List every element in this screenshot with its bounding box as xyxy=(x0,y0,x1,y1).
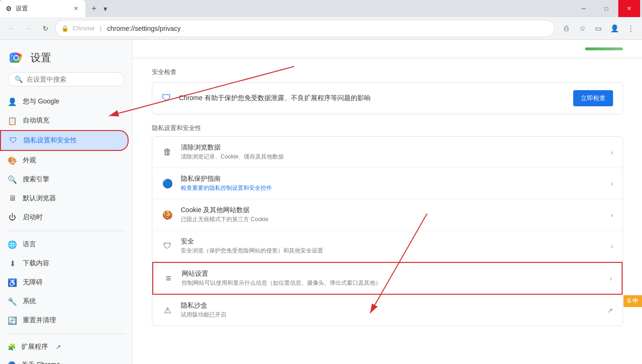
sidebar-title: 设置 xyxy=(30,51,51,65)
new-tab-button[interactable]: + xyxy=(87,2,101,15)
sidebar-item-reset[interactable]: 🔄 重置并清理 xyxy=(0,311,129,330)
item-title-privacy-guide: 隐私保护指南 xyxy=(181,175,603,183)
safety-section-title: 安全检查 xyxy=(152,68,623,76)
sidebar-label-autofill: 自动填充 xyxy=(23,116,49,125)
item-title-site-settings: 网站设置 xyxy=(182,270,602,278)
sidebar-label-startup: 启动时 xyxy=(23,213,43,222)
sidebar-item-accessibility[interactable]: ♿ 无障碍 xyxy=(0,273,129,292)
cookie-icon: 🍪 xyxy=(162,209,173,221)
sidebar-label-accessibility: 无障碍 xyxy=(23,278,43,287)
safety-check-section: 安全检查 🛡 Chrome 有助于保护您免受数据泄露、不良扩展程序等问题的影响 … xyxy=(133,58,642,124)
settings-item-security[interactable]: 🛡 安全 安全浏览（保护您免受危险网站的侵害）和其他安全设置 › xyxy=(152,231,623,262)
trash-icon: 🗑 xyxy=(162,147,173,158)
settings-item-clear-browsing[interactable]: 🗑 清除浏览数据 清除浏览记录、Cookie、缓存及其他数据 › xyxy=(152,137,623,168)
sidebar-label-search: 搜索引擎 xyxy=(23,175,49,184)
sidebar-item-autofill[interactable]: 📋 自动填充 xyxy=(0,111,129,130)
forward-button[interactable]: → xyxy=(21,21,36,36)
search-engine-icon: 🔍 xyxy=(8,175,17,184)
arrow-icon-security: › xyxy=(611,243,613,250)
content-area: 安全检查 🛡 Chrome 有助于保护您免受数据泄露、不良扩展程序等问题的影响 … xyxy=(133,40,642,364)
menu-button[interactable]: ⋮ xyxy=(623,21,638,36)
sidebar-label-download: 下载内容 xyxy=(23,259,49,268)
person-icon: 👤 xyxy=(8,97,17,106)
sidebar-label-google: 您与 Google xyxy=(23,97,59,106)
settings-item-privacy-sandbox[interactable]: ⚠ 隐私沙盒 试用版功能已开启 ↗ xyxy=(152,295,623,326)
check-now-button[interactable]: 立即检查 xyxy=(573,90,613,106)
sidebar-item-about[interactable]: 🔵 关于 Chrome xyxy=(0,356,129,364)
maximize-button[interactable]: □ xyxy=(595,0,617,17)
address-bar[interactable]: 🔒 Chrome | chrome://settings/privacy xyxy=(55,20,555,37)
item-desc-cookies: 已阻止无痕模式下的第三方 Cookie xyxy=(181,215,603,224)
sidebar-divider-2 xyxy=(8,334,125,334)
safety-shield-icon: 🛡 xyxy=(162,93,173,104)
settings-item-privacy-guide[interactable]: 🔵 隐私保护指南 检查重要的隐私控制设置和安全控件 › xyxy=(152,168,623,199)
accessibility-icon: ♿ xyxy=(8,278,17,287)
arrow-icon-cookies: › xyxy=(611,211,613,219)
sidebar-item-system[interactable]: 🔧 系统 xyxy=(0,292,129,311)
settings-item-site-settings[interactable]: ≡ 网站设置 控制网站可以使用和显示什么信息（如位置信息、摄像头、弹出式窗口及其… xyxy=(152,262,623,295)
search-input[interactable] xyxy=(27,75,118,83)
settings-item-cookies[interactable]: 🍪 Cookie 及其他网站数据 已阻止无痕模式下的第三方 Cookie › xyxy=(152,199,623,231)
sidebar-item-extensions[interactable]: 🧩 扩展程序 ↗ xyxy=(0,338,129,356)
sandbox-icon: ⚠ xyxy=(162,305,173,316)
item-desc-privacy-guide: 检查重要的隐私控制设置和安全控件 xyxy=(181,184,603,192)
sidebar-item-privacy[interactable]: 🛡 隐私设置和安全性 xyxy=(0,130,129,151)
sidebar: 设置 🔍 👤 您与 Google 📋 自动填充 🛡 隐私设置和安全性 xyxy=(0,40,133,364)
sidebar-item-appearance[interactable]: 🎨 外观 xyxy=(0,151,129,170)
item-title-privacy-sandbox: 隐私沙盒 xyxy=(181,301,600,310)
download-icon: ⬇ xyxy=(8,259,17,268)
close-button[interactable]: ✕ xyxy=(618,0,640,17)
sidebar-item-browser[interactable]: 🖥 默认浏览器 xyxy=(0,189,129,208)
window-controls: ─ □ ✕ xyxy=(573,0,642,17)
search-icon: 🔍 xyxy=(15,75,23,83)
extensions-icon: 🧩 xyxy=(8,343,16,351)
sidebar-label-system: 系统 xyxy=(23,297,36,306)
navbar: ← → ↻ 🔒 Chrome | chrome://settings/priva… xyxy=(0,17,642,40)
item-text-cookies: Cookie 及其他网站数据 已阻止无痕模式下的第三方 Cookie xyxy=(181,206,603,224)
item-title-clear: 清除浏览数据 xyxy=(181,143,603,152)
item-text-clear: 清除浏览数据 清除浏览记录、Cookie、缓存及其他数据 xyxy=(181,143,603,161)
watermark-text: S 中 xyxy=(627,297,638,305)
item-text-privacy-guide: 隐私保护指南 检查重要的隐私控制设置和安全控件 xyxy=(181,175,603,192)
item-desc-site-settings: 控制网站可以使用和显示什么信息（如位置信息、摄像头、弹出式窗口及其他） xyxy=(182,279,602,287)
privacy-section: 隐私设置和安全性 🗑 清除浏览数据 清除浏览记录、Cookie、缓存及其他数据 … xyxy=(133,124,642,336)
arrow-icon-site-settings: › xyxy=(610,275,612,282)
sidebar-label-about: 关于 Chrome xyxy=(21,361,60,364)
chrome-logo xyxy=(8,49,25,66)
sidebar-label-extensions: 扩展程序 xyxy=(21,343,48,351)
back-button[interactable]: ← xyxy=(4,21,19,36)
tab-dropdown-button[interactable]: ▾ xyxy=(101,2,114,15)
active-tab[interactable]: ⚙ 设置 ✕ xyxy=(0,0,85,17)
sidebar-item-startup[interactable]: ⏻ 启动时 xyxy=(0,208,129,227)
privacy-section-title: 隐私设置和安全性 xyxy=(152,124,623,132)
search-box[interactable]: 🔍 xyxy=(8,72,125,86)
safety-check-text: Chrome 有助于保护您免受数据泄露、不良扩展程序等问题的影响 xyxy=(179,94,568,103)
sidebar-label-privacy: 隐私设置和安全性 xyxy=(24,136,77,145)
sidebar-item-language[interactable]: 🌐 语言 xyxy=(0,235,129,254)
site-settings-icon: ≡ xyxy=(163,273,174,284)
item-title-security: 安全 xyxy=(181,237,603,246)
browser-icon: 🖥 xyxy=(8,194,17,203)
item-title-cookies: Cookie 及其他网站数据 xyxy=(181,206,603,215)
autofill-icon: 📋 xyxy=(8,116,17,125)
bookmark-button[interactable]: ☆ xyxy=(575,21,590,36)
site-label: Chrome xyxy=(73,25,94,32)
sidebar-item-google[interactable]: 👤 您与 Google xyxy=(0,92,129,111)
profile-button[interactable]: 👤 xyxy=(607,21,622,36)
minimize-button[interactable]: ─ xyxy=(573,0,595,17)
security-shield-icon: 🛡 xyxy=(162,241,173,252)
tab-close-button[interactable]: ✕ xyxy=(72,5,80,12)
reload-button[interactable]: ↻ xyxy=(38,21,53,36)
sidebar-item-download[interactable]: ⬇ 下载内容 xyxy=(0,254,129,273)
svg-point-4 xyxy=(14,56,18,60)
settings-list: 🗑 清除浏览数据 清除浏览记录、Cookie、缓存及其他数据 › 🔵 隐私保护指… xyxy=(152,136,623,326)
sync-status-bar xyxy=(585,47,623,50)
sidebar-toggle-button[interactable]: ▭ xyxy=(591,21,606,36)
item-text-security: 安全 安全浏览（保护您免受危险网站的侵害）和其他安全设置 xyxy=(181,237,603,255)
arrow-icon-clear: › xyxy=(611,149,613,156)
main-container: 设置 🔍 👤 您与 Google 📋 自动填充 🛡 隐私设置和安全性 xyxy=(0,40,642,364)
reset-icon: 🔄 xyxy=(8,316,17,325)
sidebar-label-reset: 重置并清理 xyxy=(23,316,56,325)
sidebar-item-search[interactable]: 🔍 搜索引擎 xyxy=(0,170,129,189)
share-button[interactable]: ⎙ xyxy=(558,21,574,36)
